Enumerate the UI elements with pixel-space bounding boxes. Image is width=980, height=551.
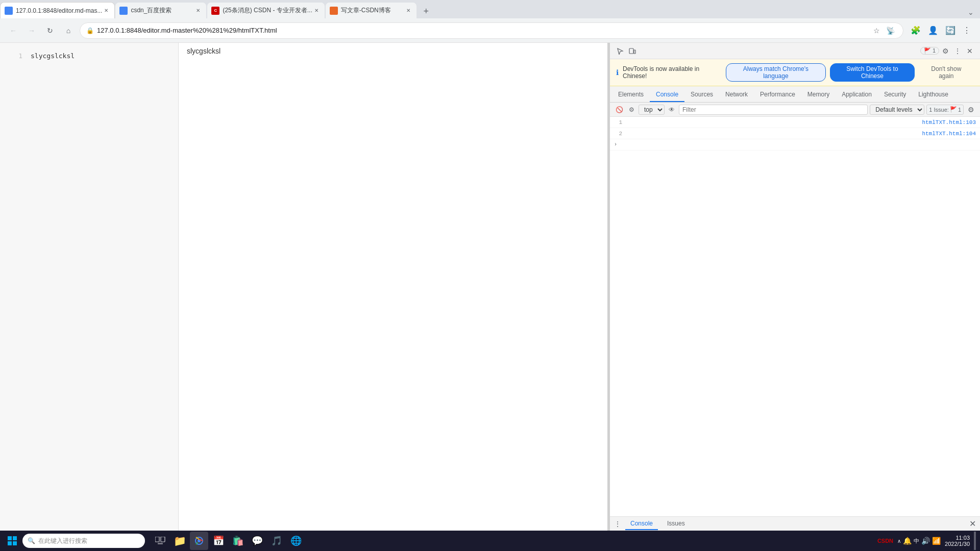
tab-close-1[interactable]: ✕ [102,7,110,15]
switch-language-button[interactable]: Switch DevTools to Chinese [830,63,914,82]
console-link-2[interactable]: htmlTXT.html:104 [922,131,976,137]
svg-rect-2 [8,536,12,540]
sync-icon[interactable]: 🔄 [942,23,959,37]
taskbar-app-taskview[interactable] [151,532,169,550]
tab-close-4[interactable]: ✕ [404,7,412,15]
console-settings-button[interactable]: ⚙ [966,105,976,115]
info-icon: ℹ [616,68,619,77]
tab-lighthouse[interactable]: Lighthouse [912,88,954,102]
devtools-settings-button[interactable]: ⚙ [939,45,951,57]
svg-rect-7 [161,537,165,542]
issues-count-badge[interactable]: 🚩 1 [920,47,939,55]
issues-flag-icon: 🚩 [924,47,931,54]
console-filter-input[interactable] [679,105,868,115]
tab-console[interactable]: Console [650,88,684,102]
expand-icon[interactable]: › [614,142,622,147]
taskbar-right: CSDN ∧ 🔔 中 🔊 📶 11:03 2022/1/30 [877,532,976,550]
svg-rect-4 [8,541,12,545]
page-left-panel: 1 slycgslcksl [0,43,179,531]
tab-title-2: csdn_百度搜索 [131,6,194,15]
console-link-1[interactable]: htmlTXT.html:103 [922,119,976,126]
bottom-tab-console[interactable]: Console [625,518,658,530]
taskbar-app-edge[interactable]: 🌐 [287,532,305,550]
console-filter-icon[interactable]: ⚙ [626,105,636,115]
console-row-1: 1 htmlTXT.html:103 [610,117,980,128]
devtools-more-button[interactable]: ⋮ [951,45,964,57]
devtools-close-button[interactable]: ✕ [964,45,976,57]
tab-favicon-1 [5,7,13,15]
taskbar-app-explorer[interactable]: 📁 [170,532,189,550]
dont-show-again-button[interactable]: Don't show again [919,64,974,81]
home-button[interactable]: ⌂ [61,23,76,38]
reload-button[interactable]: ↻ [43,23,57,38]
devtools-topbar: 🚩 1 ⚙ ⋮ ✕ [610,43,980,59]
tab-network[interactable]: Network [719,88,754,102]
taskbar-time[interactable]: 11:03 2022/1/30 [945,535,970,547]
browser-tab-2[interactable]: csdn_百度搜索 ✕ [115,2,207,18]
main-area: 1 slycgslcksl slycgslcksl [0,43,980,531]
log-levels-selector[interactable]: Default levels [870,105,924,115]
taskbar-notification-csdn: CSDN [877,538,893,544]
tab-title-4: 写文章-CSDN博客 [341,6,404,15]
taskbar-up-arrow[interactable]: ∧ [897,538,901,544]
browser-tab-3[interactable]: C (25条消息) CSDN - 专业开发者... ✕ [207,2,325,18]
devtools-device-icon[interactable] [626,45,639,57]
taskbar-search[interactable]: 🔍 在此键入进行搜索 [22,534,145,548]
notification-icon[interactable]: 🔔 [903,537,912,545]
issues-badge[interactable]: 1 Issue: 🚩 1 [926,105,964,115]
editor-main: slycgslcksl [24,47,174,66]
page-right-panel: slycgslcksl [179,43,607,531]
back-button[interactable]: ← [6,23,20,38]
settings-icon[interactable]: ⋮ [960,23,974,37]
clear-console-button[interactable]: 🚫 [614,105,624,115]
new-tab-button[interactable]: + [419,4,433,18]
taskbar-search-text: 在此键入进行搜索 [38,537,87,545]
tab-sources[interactable]: Sources [684,88,719,102]
language-icon[interactable]: 中 [914,537,919,545]
tab-security[interactable]: Security [878,88,912,102]
browser-tab-4[interactable]: 写文章-CSDN博客 ✕ [325,2,417,18]
bookmark-icon[interactable]: ☆ [871,24,882,37]
browser-frame: 127.0.0.1:8848/editor.md-mas... ✕ csdn_百… [0,0,980,551]
taskbar-app-calendar[interactable]: 📅 [209,532,228,550]
match-language-button[interactable]: Always match Chrome's language [726,63,826,82]
taskbar-app-chrome[interactable] [190,532,208,550]
svg-rect-1 [634,50,635,54]
tab-performance[interactable]: Performance [754,88,801,102]
start-button[interactable] [4,533,20,549]
context-selector[interactable]: top [639,105,665,115]
tab-close-3[interactable]: ✕ [312,7,321,15]
taskbar-app-store[interactable]: 🛍️ [229,532,247,550]
taskbar-apps: 📁 📅 🛍️ 💬 🎵 [151,532,305,550]
show-desktop-button[interactable] [974,532,976,550]
tab-favicon-3: C [211,7,219,15]
tab-search-icon[interactable]: ⌄ [966,6,976,18]
console-output: 1 htmlTXT.html:103 2 htmlTXT.html:104 › [610,117,980,516]
taskbar-app-netease[interactable]: 🎵 [267,532,286,550]
bottom-bar-close-icon[interactable]: ✕ [969,519,976,529]
issues-label: 1 Issue: [929,107,949,113]
eye-icon[interactable]: 👁 [667,105,677,115]
volume-icon[interactable]: 🔊 [921,537,930,545]
address-input-box[interactable]: 🔒 127.0.0.1:8848/editor.md-master%20%281… [80,22,903,39]
network-icon[interactable]: 📶 [932,537,941,545]
devtools-bottom-bar: ⋮ Console Issues ✕ [610,516,980,531]
console-row-expand[interactable]: › [610,139,980,151]
editor-gutter: 1 [4,47,24,66]
tab-elements[interactable]: Elements [612,88,650,102]
forward-button[interactable]: → [24,23,39,38]
cast-icon[interactable]: 📡 [884,24,897,37]
profile-icon[interactable]: 👤 [925,23,941,37]
console-row-2: 2 htmlTXT.html:104 [610,128,980,139]
address-right-icons: ☆ 📡 [871,24,897,37]
extensions-icon[interactable]: 🧩 [908,23,924,37]
bottom-tab-issues[interactable]: Issues [662,518,690,530]
svg-rect-0 [629,48,633,54]
tab-application[interactable]: Application [836,88,878,102]
tab-memory[interactable]: Memory [801,88,836,102]
tab-close-2[interactable]: ✕ [194,7,202,15]
taskbar-app-wechat[interactable]: 💬 [248,532,266,550]
console-toolbar: 🚫 ⚙ top 👁 Default levels 1 Issue: 🚩 1 ⚙ [610,103,980,117]
devtools-inspect-icon[interactable] [614,45,626,57]
browser-tab-1[interactable]: 127.0.0.1:8848/editor.md-mas... ✕ [0,2,115,18]
